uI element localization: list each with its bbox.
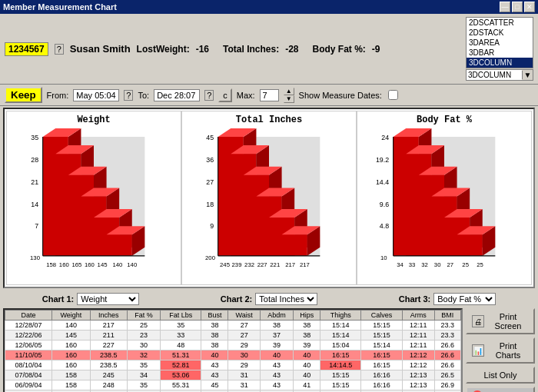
max-spinner[interactable]: ▲ ▼: [284, 88, 294, 103]
svg-marker-50: [282, 234, 307, 256]
right-buttons: 🖨 Print Screen 📊 Print Charts List Only …: [466, 308, 535, 392]
chart2-selector-label: Chart 2:: [221, 294, 253, 304]
chart-type-3dcolumn[interactable]: 3DCOLUMN: [467, 58, 533, 68]
svg-text:19.2: 19.2: [376, 156, 389, 164]
refresh-button[interactable]: c: [218, 88, 232, 102]
svg-text:217: 217: [285, 261, 295, 268]
svg-text:217: 217: [300, 261, 310, 268]
from-help[interactable]: ?: [124, 90, 133, 101]
col-fat-pct: Fat %: [127, 311, 160, 321]
member-id[interactable]: 1234567: [5, 42, 48, 56]
chart-selectors: Chart 1: Weight Total Inches Body Fat % …: [3, 290, 535, 308]
svg-marker-84: [457, 234, 483, 256]
svg-text:32: 32: [421, 261, 428, 268]
print-charts-label: Print Charts: [487, 341, 529, 360]
svg-text:34: 34: [397, 261, 404, 268]
chart-bodyfat-svg: 24 19.2 14.4 9.6 4.8 10 34 33 32 30 27 2…: [360, 128, 528, 281]
main-content: 1234567 ? Susan Smith LostWeight: -16 To…: [0, 14, 538, 392]
svg-text:21: 21: [31, 178, 38, 186]
top-bar: 1234567 ? Susan Smith LostWeight: -16 To…: [0, 14, 538, 85]
bottom-section: Chart 1: Weight Total Inches Body Fat % …: [3, 290, 535, 392]
table-row[interactable]: 08/10/04160238.53552.814329434014:14.516…: [5, 360, 461, 370]
from-label: From:: [47, 91, 69, 100]
exit-button[interactable]: ✕ Exit: [466, 387, 535, 392]
chart-type-dropdown[interactable]: 3DCOLUMN ▼: [466, 69, 533, 81]
svg-text:140: 140: [113, 261, 123, 268]
second-bar: Keep From: May 05:04 ? To: Dec 28:07 ? c…: [0, 85, 538, 106]
table-row[interactable]: 12/28/0714021725353827383815:1415:1512:1…: [5, 321, 461, 331]
max-up[interactable]: ▲: [284, 88, 294, 95]
col-abdm: Abdm: [260, 311, 293, 321]
svg-text:10: 10: [380, 254, 387, 261]
col-weight: Weight: [51, 311, 90, 321]
svg-text:30: 30: [434, 261, 441, 268]
body-fat-label: Body Fat %:: [313, 44, 366, 55]
chart2-selector-group: Chart 2: Weight Total Inches Body Fat %: [181, 293, 357, 305]
col-fat-lbs: Fat Lbs: [161, 311, 201, 321]
table-row[interactable]: 11/10/05160238.53251.314030404016:1516:1…: [5, 350, 461, 360]
maximize-button[interactable]: □: [512, 2, 523, 12]
chart-type-panel: 2DSCATTER 2DSTACK 3DAREA 3DBAR 3DCOLUMN …: [466, 17, 533, 81]
chart-type-3darea[interactable]: 3DAREA: [467, 38, 533, 48]
svg-text:14: 14: [31, 201, 38, 208]
max-down[interactable]: ▼: [284, 95, 294, 103]
svg-text:45: 45: [206, 134, 214, 141]
to-help[interactable]: ?: [204, 90, 214, 101]
svg-text:145: 145: [98, 261, 108, 268]
table-body: 12/28/0714021725353827383815:1415:1512:1…: [5, 321, 461, 393]
chart-type-selected-value: 3DCOLUMN: [467, 70, 522, 80]
chart3-select[interactable]: Weight Total Inches Body Fat %: [433, 293, 496, 305]
table-row[interactable]: 07/08/041582453453.064331434015:1516:161…: [5, 370, 461, 380]
svg-text:9: 9: [210, 222, 214, 230]
lost-weight-label: LostWeight:: [137, 44, 190, 55]
svg-text:36: 36: [206, 156, 214, 164]
max-input[interactable]: 7: [260, 89, 279, 101]
svg-text:33: 33: [409, 261, 416, 268]
col-thighs: Thighs: [320, 311, 361, 321]
chart-weight-title: Weight: [77, 115, 110, 125]
total-inches-label: Total Inches:: [223, 44, 279, 55]
chart-type-2dstack[interactable]: 2DSTACK: [467, 28, 533, 38]
list-only-button[interactable]: List Only: [466, 367, 535, 384]
keep-button[interactable]: Keep: [5, 87, 42, 103]
max-label: Max:: [237, 91, 255, 100]
chart1-select[interactable]: Weight Total Inches Body Fat %: [77, 293, 139, 305]
from-input[interactable]: May 05:04: [73, 89, 119, 101]
chart-bodyfat: Body Fat %: [357, 111, 532, 285]
svg-text:130: 130: [30, 254, 40, 261]
col-inches: Inches: [90, 311, 127, 321]
col-calves: Calves: [361, 311, 402, 321]
chart-type-2dscatter[interactable]: 2DSCATTER: [467, 18, 533, 28]
svg-text:245: 245: [220, 261, 230, 268]
show-measure-checkbox[interactable]: [388, 90, 398, 100]
close-button[interactable]: ✕: [524, 2, 535, 12]
svg-text:227: 227: [257, 261, 267, 268]
svg-text:14.4: 14.4: [376, 178, 389, 186]
col-hips: Hips: [294, 311, 320, 321]
to-input[interactable]: Dec 28:07: [154, 89, 200, 101]
print-screen-button[interactable]: 🖨 Print Screen: [466, 308, 535, 334]
table-row[interactable]: 12/06/0516022730483829393915:0415:1412:1…: [5, 341, 461, 350]
col-bmi: BMI: [434, 311, 460, 321]
svg-text:160: 160: [85, 261, 95, 268]
show-measure-label: Show Measure Dates:: [299, 91, 382, 100]
chart1-selector-label: Chart 1:: [42, 294, 75, 304]
svg-text:18: 18: [206, 201, 214, 208]
to-label: To:: [138, 91, 149, 100]
table-row[interactable]: 06/09/041582483555.314531434115:1516:161…: [5, 380, 461, 390]
member-id-help[interactable]: ?: [55, 44, 64, 55]
body-fat-value: -9: [372, 44, 380, 55]
chart-type-dropdown-arrow[interactable]: ▼: [522, 71, 533, 79]
table-row[interactable]: 12/22/0614521123333827373815:1415:1512:1…: [5, 331, 461, 341]
svg-text:25: 25: [477, 261, 483, 268]
svg-text:4.8: 4.8: [380, 222, 389, 230]
svg-text:28: 28: [31, 156, 38, 164]
svg-text:221: 221: [270, 261, 280, 268]
chart3-selector-group: Chart 3: Weight Total Inches Body Fat %: [360, 293, 535, 305]
col-waist: Waist: [228, 311, 260, 321]
print-charts-button[interactable]: 📊 Print Charts: [466, 337, 535, 364]
chart-type-3dbar[interactable]: 3DBAR: [467, 48, 533, 58]
title-bar-controls: — □ ✕: [500, 2, 535, 12]
chart2-select[interactable]: Weight Total Inches Body Fat %: [255, 293, 317, 305]
minimize-button[interactable]: —: [500, 2, 510, 12]
